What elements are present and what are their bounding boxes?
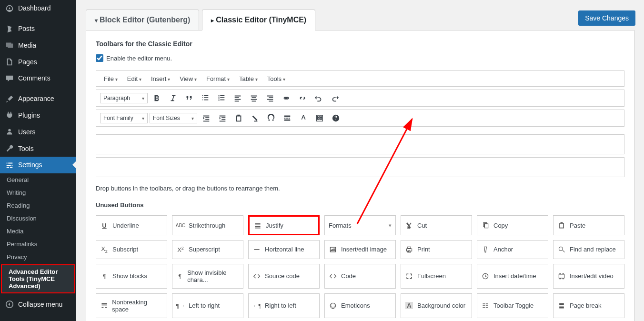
- help-icon[interactable]: [329, 112, 343, 124]
- sub-item-reading[interactable]: Reading: [0, 199, 76, 212]
- toolbar-row-2[interactable]: Font Family Font Sizes: [96, 110, 624, 127]
- text-color-icon[interactable]: [296, 112, 311, 124]
- unused-button-findreplace[interactable]: Find and replace: [553, 240, 624, 259]
- menu-file[interactable]: File: [100, 73, 121, 84]
- sidebar-item-media[interactable]: Media: [0, 37, 76, 54]
- unused-button-cut[interactable]: Cut: [401, 215, 472, 235]
- sub-item-privacy[interactable]: Privacy: [0, 251, 76, 263]
- code-icon: [329, 272, 337, 280]
- menu-view[interactable]: View: [176, 73, 201, 84]
- sub-item-writing[interactable]: Writing: [0, 186, 76, 199]
- toolbar-row-4[interactable]: [96, 157, 624, 177]
- unused-button-subscript[interactable]: X2Subscript: [96, 240, 167, 259]
- unused-button-showblocks[interactable]: ¶Show blocks: [96, 264, 167, 289]
- sidebar-item-tools[interactable]: Tools: [0, 140, 76, 157]
- menu-edit[interactable]: Edit: [123, 73, 145, 84]
- button-label: Strikethrough: [189, 222, 225, 229]
- sub-item-advanced-editor-tools[interactable]: Advanced Editor Tools (TinyMCE Advanced): [1, 264, 75, 293]
- clear-format-icon[interactable]: [248, 112, 262, 124]
- unused-button-superscript[interactable]: X2Superscript: [172, 240, 243, 259]
- unused-button-formats[interactable]: Formats: [324, 215, 396, 235]
- quote-icon[interactable]: [182, 92, 196, 104]
- button-label: Print: [417, 246, 430, 253]
- bullet-list-icon[interactable]: [198, 92, 212, 104]
- menu-table[interactable]: Table: [235, 73, 262, 84]
- unused-button-justify[interactable]: Justify: [248, 215, 320, 235]
- showinvisible-icon: ¶: [176, 272, 183, 280]
- unused-button-paste[interactable]: Paste: [553, 215, 624, 235]
- unused-button-strikethrough[interactable]: ABCStrikethrough: [172, 215, 243, 235]
- button-label: Source code: [265, 272, 300, 280]
- indent-icon[interactable]: [215, 112, 230, 124]
- unused-button-emoticons[interactable]: Emoticons: [324, 293, 396, 318]
- sidebar-item-comments[interactable]: Comments: [0, 70, 76, 87]
- outdent-icon[interactable]: [199, 112, 213, 124]
- font-family-select[interactable]: Font Family: [100, 113, 148, 123]
- sidebar-item-pages[interactable]: Pages: [0, 53, 76, 70]
- button-label: Insert date/time: [493, 272, 536, 280]
- sidebar-item-users[interactable]: Users: [0, 123, 76, 140]
- unused-button-ltr[interactable]: ¶→Left to right: [172, 293, 243, 318]
- redo-icon[interactable]: [328, 92, 342, 104]
- sidebar-label: Tools: [18, 145, 34, 152]
- unused-button-anchor[interactable]: Anchor: [477, 240, 548, 259]
- unused-button-insertvideo[interactable]: Insert/edit video: [553, 264, 624, 289]
- button-label: Underline: [112, 222, 139, 229]
- unused-button-print[interactable]: Print: [401, 240, 472, 259]
- italic-icon[interactable]: [166, 92, 180, 104]
- enable-menu-checkbox[interactable]: [96, 54, 103, 62]
- menu-tools[interactable]: Tools: [263, 73, 289, 84]
- sidebar-item-dashboard[interactable]: Dashboard: [0, 0, 76, 17]
- unused-button-sourcecode[interactable]: Source code: [248, 264, 320, 289]
- unused-button-showinvisible[interactable]: ¶Show invisible chara...: [172, 264, 243, 289]
- sidebar-item-posts[interactable]: Posts: [0, 20, 76, 37]
- sidebar-item-appearance[interactable]: Appearance: [0, 90, 76, 107]
- numbered-list-icon[interactable]: [214, 92, 229, 104]
- align-right-icon[interactable]: [263, 92, 277, 104]
- unused-button-toolbartoggle[interactable]: Toolbar Toggle: [477, 293, 548, 318]
- unused-button-image[interactable]: Insert/edit image: [324, 240, 396, 259]
- tabs: ▾Block Editor (Gutenberg) ▸Classic Edito…: [86, 10, 634, 30]
- unused-button-code[interactable]: Code: [324, 264, 396, 289]
- unused-button-rtl[interactable]: ←¶Right to left: [248, 293, 320, 318]
- sidebar-item-settings[interactable]: Settings: [0, 157, 76, 173]
- unused-button-underline[interactable]: UUnderline: [96, 215, 167, 235]
- unused-button-hr[interactable]: Horizontal line: [248, 240, 320, 259]
- tab-block-editor[interactable]: ▾Block Editor (Gutenberg): [86, 10, 199, 30]
- table-icon[interactable]: [312, 112, 327, 124]
- align-center-icon[interactable]: [247, 92, 261, 104]
- unused-button-insertdate[interactable]: Insert date/time: [477, 264, 548, 289]
- read-more-icon[interactable]: [280, 112, 294, 124]
- toolbar-row-3[interactable]: [96, 134, 624, 154]
- button-label: Insert/edit image: [341, 246, 387, 253]
- unused-button-fullscreen[interactable]: Fullscreen: [401, 264, 472, 289]
- unlink-icon[interactable]: [295, 92, 310, 104]
- special-char-icon[interactable]: [264, 112, 278, 124]
- sub-item-discussion[interactable]: Discussion: [0, 212, 76, 225]
- sub-item-media[interactable]: Media: [0, 225, 76, 238]
- bold-icon[interactable]: [150, 92, 164, 104]
- unused-button-bgcolor[interactable]: ABackground color: [401, 293, 472, 318]
- button-label: Insert/edit video: [570, 272, 614, 280]
- unused-button-nbsp[interactable]: Nonbreaking space: [96, 293, 167, 318]
- tab-classic-editor[interactable]: ▸Classic Editor (TinyMCE): [202, 10, 315, 30]
- menu-insert[interactable]: Insert: [147, 73, 174, 84]
- undo-icon[interactable]: [312, 92, 326, 104]
- button-label: Toolbar Toggle: [493, 302, 533, 309]
- sidebar-item-plugins[interactable]: Plugins: [0, 107, 76, 124]
- link-icon[interactable]: [279, 92, 293, 104]
- toolbar-row-1[interactable]: Paragraph: [96, 90, 624, 107]
- collapse-menu[interactable]: Collapse menu: [0, 296, 76, 313]
- font-sizes-select[interactable]: Font Sizes: [150, 113, 197, 123]
- format-select[interactable]: Paragraph: [100, 93, 148, 103]
- copy-icon: [481, 221, 490, 229]
- save-button[interactable]: Save Changes: [578, 10, 635, 26]
- unused-button-pagebreak[interactable]: Page break: [553, 293, 624, 318]
- paste-icon[interactable]: [231, 112, 246, 124]
- sub-item-general[interactable]: General: [0, 173, 76, 186]
- sub-item-permalinks[interactable]: Permalinks: [0, 238, 76, 251]
- menu-format[interactable]: Format: [202, 73, 233, 84]
- align-left-icon[interactable]: [231, 92, 245, 104]
- unused-button-copy[interactable]: Copy: [477, 215, 548, 235]
- plug-icon: [5, 111, 14, 120]
